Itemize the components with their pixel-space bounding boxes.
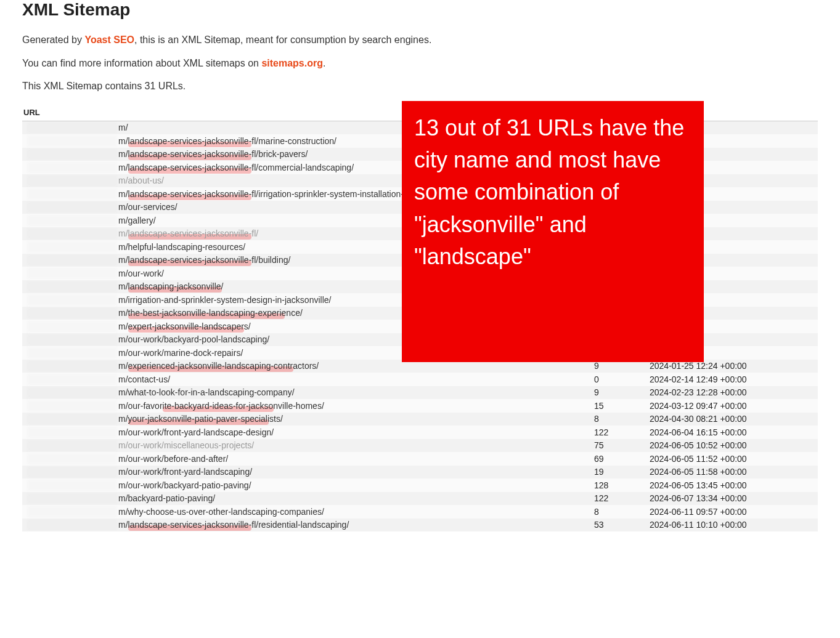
date-cell: 2024-06-11 09:57 +00:00 [631, 506, 818, 519]
url-cell[interactable]: m/our-work/miscellaneous-projects/ [118, 439, 576, 452]
date-cell: 2024-06-05 11:58 +00:00 [631, 466, 818, 478]
hidden-domain-cell [22, 452, 118, 466]
url-text: m/landscape-services-jacksonville-fl/res… [118, 520, 349, 530]
url-text: m/irrigation-and-sprinkler-system-design… [118, 295, 331, 305]
url-text: m/our-work/backyard-patio-paving/ [118, 480, 251, 490]
url-cell[interactable]: m/what-to-look-for-in-a-landscaping-comp… [118, 386, 576, 399]
date-cell: 2024-06-11 10:10 +00:00 [631, 519, 818, 531]
date-cell: 2024-03-12 09:47 +00:00 [631, 400, 818, 413]
hidden-domain-cell [22, 293, 118, 307]
date-cell: 2024-06-05 11:52 +00:00 [631, 453, 818, 466]
page-title: XML Sitemap [22, 0, 818, 20]
url-text: m/landscaping-jacksonville/ [118, 281, 223, 291]
url-text: m/landscape-services-jacksonville-fl/mar… [118, 136, 336, 146]
table-row: m/our-work/miscellaneous-projects/752024… [22, 439, 818, 453]
hidden-domain-cell [22, 267, 118, 280]
table-row: m/our-work/backyard-patio-paving/1282024… [22, 478, 818, 492]
hidden-domain-cell [22, 201, 118, 214]
hidden-domain-cell [22, 426, 118, 439]
table-row: m/backyard-patio-paving/1222024-06-07 13… [22, 492, 818, 506]
date-cell: 2024-04-30 08:21 +00:00 [631, 413, 818, 426]
count-cell: 9 [576, 386, 631, 399]
table-row: m/landscape-services-jacksonville-fl/res… [22, 519, 818, 532]
url-text: m/our-work/backyard-pool-landscaping/ [118, 334, 269, 344]
url-text: m/helpful-landscaping-resources/ [118, 242, 245, 252]
url-text: m/gallery/ [118, 216, 156, 225]
hidden-domain-cell [22, 240, 118, 254]
column-header-url: URL [22, 108, 121, 117]
url-text: m/our-work/before-and-after/ [118, 454, 228, 464]
url-cell[interactable]: m/our-work/front-yard-landscape-design/ [118, 426, 576, 439]
table-row: m/why-choose-us-over-other-landscaping-c… [22, 505, 818, 519]
url-cell[interactable]: m/why-choose-us-over-other-landscaping-c… [118, 506, 576, 519]
url-text: m/why-choose-us-over-other-landscaping-c… [118, 507, 324, 517]
hidden-domain-cell [22, 333, 118, 347]
table-row: m/contact-us/02024-02-14 12:49 +00:00 [22, 373, 818, 386]
url-cell[interactable]: m/our-work/backyard-patio-paving/ [118, 479, 576, 492]
gen-prefix: Generated by [22, 34, 84, 45]
hidden-domain-cell [22, 307, 118, 320]
hidden-domain-cell [22, 519, 118, 532]
count-cell: 8 [576, 413, 631, 426]
url-cell[interactable]: m/our-work/front-yard-landscaping/ [118, 466, 576, 478]
url-text: m/our-work/front-yard-landscape-design/ [118, 427, 274, 437]
more-suffix: . [323, 58, 325, 68]
hidden-domain-cell [22, 346, 118, 360]
url-cell[interactable]: m/landscape-services-jacksonville-fl/res… [118, 519, 576, 531]
url-text: m/the-best-jacksonville-landscaping-expe… [118, 308, 303, 318]
hidden-domain-cell [22, 373, 118, 386]
count-cell: 0 [576, 373, 631, 386]
url-text: m/our-work/front-yard-landscaping/ [118, 467, 252, 477]
date-cell: 2024-06-07 13:34 +00:00 [631, 492, 818, 505]
hidden-domain-cell [22, 187, 118, 201]
count-cell: 122 [576, 492, 631, 505]
url-cell[interactable]: m/contact-us/ [118, 373, 576, 386]
count-cell: 69 [576, 453, 631, 466]
hidden-domain-cell [22, 254, 118, 267]
url-cell[interactable]: m/backyard-patio-paving/ [118, 492, 576, 505]
hidden-domain-cell [22, 121, 118, 135]
url-cell[interactable]: m/our-favorite-backyard-ideas-for-jackso… [118, 400, 576, 413]
url-cell[interactable]: m/our-work/before-and-after/ [118, 453, 576, 466]
count-cell: 8 [576, 506, 631, 519]
url-text: m/landscape-services-jacksonville-fl/bui… [118, 255, 290, 265]
more-prefix: You can find more information about XML … [22, 58, 261, 68]
url-text: m/ [118, 123, 128, 132]
date-cell: 2024-02-14 12:49 +00:00 [631, 373, 818, 386]
url-text: m/our-services/ [118, 202, 177, 212]
date-cell: 2024-06-05 13:45 +00:00 [631, 479, 818, 492]
date-cell: 2024-02-23 12:28 +00:00 [631, 386, 818, 399]
annotation-callout: 13 out of 31 URLs have the city name and… [402, 101, 704, 362]
hidden-domain-cell [22, 161, 118, 174]
hidden-domain-cell [22, 134, 118, 148]
hidden-domain-cell [22, 386, 118, 400]
url-text: m/landscape-services-jacksonville-fl/irr… [118, 189, 428, 199]
hidden-domain-cell [22, 466, 118, 479]
url-text: m/experienced-jacksonville-landscaping-c… [118, 361, 319, 371]
url-text: m/our-work/ [118, 269, 164, 278]
hidden-domain-cell [22, 505, 118, 519]
more-info-line: You can find more information about XML … [22, 57, 818, 70]
gen-suffix: , this is an XML Sitemap, meant for cons… [134, 34, 431, 45]
date-cell: 2024-06-05 10:52 +00:00 [631, 439, 818, 452]
url-text: m/our-favorite-backyard-ideas-for-jackso… [118, 401, 324, 411]
url-cell[interactable]: m/your-jacksonville-patio-paver-speciali… [118, 413, 576, 426]
count-cell: 75 [576, 439, 631, 452]
url-count-line: This XML Sitemap contains 31 URLs. [22, 81, 818, 92]
url-text: m/our-work/miscellaneous-projects/ [118, 440, 254, 450]
hidden-domain-cell [22, 214, 118, 227]
url-text: m/landscape-services-jacksonville-fl/com… [118, 163, 354, 172]
yoast-seo-link[interactable]: Yoast SEO [84, 34, 134, 45]
table-row: m/your-jacksonville-patio-paver-speciali… [22, 413, 818, 426]
generated-by-line: Generated by Yoast SEO, this is an XML S… [22, 33, 818, 47]
url-text: m/our-work/marine-dock-repairs/ [118, 348, 243, 358]
url-text: m/about-us/ [118, 176, 164, 185]
hidden-domain-cell [22, 439, 118, 453]
hidden-domain-cell [22, 492, 118, 506]
url-text: m/landscape-services-jacksonville-fl/bri… [118, 149, 308, 159]
count-cell: 15 [576, 400, 631, 413]
hidden-domain-cell [22, 280, 118, 294]
sitemaps-org-link[interactable]: sitemaps.org [261, 58, 323, 68]
table-row: m/our-work/front-yard-landscaping/192024… [22, 466, 818, 479]
table-row: m/what-to-look-for-in-a-landscaping-comp… [22, 386, 818, 400]
